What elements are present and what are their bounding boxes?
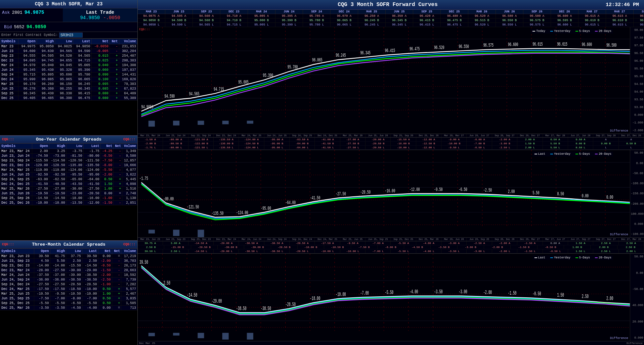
legend-yesterday-dot — [550, 31, 553, 32]
svg-rect-140 — [222, 333, 229, 340]
spread-cell: 39.75 A — [138, 241, 163, 245]
svg-rect-141 — [247, 333, 253, 340]
svg-text:-64.00: -64.00 — [286, 200, 296, 206]
spread-cell: 2.00 L — [517, 146, 543, 149]
legend-5days-label: 5-Days — [579, 30, 590, 33]
svg-text:-28.50: -28.50 — [286, 301, 296, 308]
spread-cell: 2.00 A — [517, 138, 543, 141]
spread-cell: -14.50 L — [188, 249, 214, 253]
table-row: Jun 2394.60094.63094.56594.590-0.005-302… — [0, 49, 137, 54]
three-month-spreads-table: Symbols Open High Low Last Net Net Volum… — [0, 248, 137, 310]
spread-cell: -28.50 L — [290, 249, 315, 253]
sp1-col-vol: Volume — [122, 144, 137, 149]
col-symbols: Symbols — [0, 39, 18, 44]
chart3-yaxis: 50.00 0.00 -50.00 40.000 20.000 0.000 — [630, 254, 644, 341]
fc-data-cell: 95.780 L — [303, 23, 331, 27]
spread-cell: 2.50 L — [593, 249, 618, 253]
x-axis-label: Dec 26, Dec 27 — [517, 134, 543, 137]
legend2-5days: 5-Days — [575, 152, 590, 156]
sp2-col-sym: Symbols — [0, 248, 34, 254]
right-panel-title: CQG 3 Month SOFR Forward Curves — [338, 2, 438, 8]
x-axis-label: Jun 23, Jun 24 — [163, 134, 188, 137]
legend2-last: Last — [534, 152, 546, 156]
x-axis-label: Sep 24, Sep 25 — [290, 134, 315, 137]
col-net1: Net — [91, 39, 110, 44]
fc-data-cell: 96.580 A — [523, 14, 551, 18]
spread-cell: 1.00 B — [564, 245, 591, 249]
fc-data-cell: 96.600 A — [634, 14, 644, 18]
svg-text:96.415: 96.415 — [385, 48, 395, 53]
fc-data-cell: 96.600 A — [551, 14, 578, 18]
spread-cell: -1.50 B — [511, 245, 537, 249]
fc-header-cell: DEC 23 — [220, 10, 248, 14]
table-row: Mar 24, Mar 25-119.00-119.00-124.00-124.… — [0, 168, 137, 172]
fc-header-cell: JUN 24 — [275, 10, 303, 14]
col-low: Low — [55, 39, 73, 44]
legend3-yesterday: Yesterday — [550, 256, 570, 259]
legend2-last-dot — [534, 154, 537, 154]
svg-text:-124.00: -124.00 — [236, 210, 248, 216]
svg-text:1.50: 1.50 — [557, 292, 564, 298]
svg-rect-138 — [173, 333, 179, 336]
spread-cell: 1.50 B — [517, 142, 543, 145]
spread-cell: -121.50 A — [188, 138, 214, 141]
legend2-5days-dot — [575, 154, 578, 154]
bid-section: Bid 5652 94.9850 — [2, 23, 135, 31]
svg-text:-3.50: -3.50 — [434, 289, 442, 295]
fc-data-row: 94.9850 B94.590 B94.560 B94.710 B95.000 … — [138, 18, 644, 23]
legend3-20days-dot — [595, 257, 598, 258]
x-axis-label: Mar 25, Mar 26 — [340, 134, 366, 137]
fc-data-cell: 96.600 B — [634, 18, 644, 22]
spread-cell: -2.00 B — [484, 245, 511, 249]
spread-cell: -1.50 L — [517, 249, 543, 253]
fc-data-cell: 96.575 B — [523, 18, 551, 22]
fc-data-cell: 94.560 B — [193, 18, 220, 22]
three-month-table-wrapper: Symbols Open High Low Last Net Net Volum… — [0, 248, 137, 345]
svg-rect-48 — [198, 121, 204, 125]
spread-cell: -27.50 B — [340, 142, 366, 145]
fc-data-row: 94.9875 A94.595 A94.560 A94.710 A95.005 … — [138, 14, 644, 18]
fc-data-cell: 96.245 L — [358, 23, 386, 27]
spread-cell: -20.50 L — [366, 146, 391, 149]
sp2-col-net1: Net — [98, 248, 112, 254]
contract-label: Enter First Contract Symbol: — [1, 33, 58, 37]
fc-header-cell: DEC 25 — [441, 10, 468, 14]
svg-text:2.50: 2.50 — [163, 280, 170, 286]
spread-cell: -16.00 B — [391, 142, 416, 145]
table-row: Sep 23, Sep 24-115.50-114.50-120.50-121.… — [0, 158, 137, 163]
contract-input[interactable] — [59, 33, 83, 38]
x-axis-label: Jun 23, Sep 23 — [163, 238, 188, 241]
svg-text:-29.00: -29.00 — [212, 298, 222, 304]
table-row: Sep 24, Sep 25-63.00-62.50-65.00-64.000.… — [0, 177, 137, 182]
svg-text:94.590: 94.590 — [165, 94, 175, 99]
chart2-svg: -1.75 -80.00 -121.50 -135.50 -124.00 -95… — [138, 150, 630, 237]
svg-text:-121.50: -121.50 — [187, 205, 199, 210]
table-row: Jun 2596.27096.36096.25596.3450.085+67,8… — [0, 87, 137, 91]
fc-data-cell: 96.480 A — [441, 14, 468, 18]
col-net2: Net — [110, 39, 119, 44]
x-axis-label: Sep 26, Sep 27 — [492, 134, 517, 137]
fc-header-cell: MAR 25 — [358, 10, 386, 14]
fc-data-cell: 96.065 B — [331, 18, 358, 22]
x-axis-label: Jun 27, Sep 27 — [568, 238, 593, 241]
spread-cell: 1.50 A — [568, 241, 593, 245]
bid-price: 94.9850 — [27, 24, 46, 30]
spread-cell: -4.00 L — [416, 249, 441, 253]
legend2-20days: 20-Days — [595, 152, 611, 156]
table-row: Sep 23, Dec 23-14.00-14.00-15.50-14.50-0… — [0, 263, 137, 268]
svg-text:96.520: 96.520 — [434, 45, 444, 50]
x-axis-row-1: Mar 23, Mar 24Jun 23, Jun 24Sep 23, Sep … — [138, 134, 644, 138]
spread-cell: -95.00 L — [264, 146, 290, 149]
fc-data-cell: 95.785 A — [303, 14, 331, 18]
svg-text:-14.50: -14.50 — [187, 292, 198, 298]
fc-header-cell: SEP 26 — [523, 10, 551, 14]
sp1-col-sym: Symbols — [0, 144, 32, 149]
spread-cell: 8.00 B — [568, 142, 593, 145]
fc-data-cell: 94.9850 L — [138, 23, 165, 27]
spread-cell: -15.00 B — [164, 245, 191, 249]
svg-text:96.600: 96.600 — [508, 42, 518, 47]
x-axis-label: Sep 24, Dec 24 — [290, 238, 315, 241]
fc-data-cell: 95.780 B — [303, 18, 331, 22]
svg-rect-50 — [247, 121, 253, 124]
spread-cell: L — [593, 146, 618, 149]
